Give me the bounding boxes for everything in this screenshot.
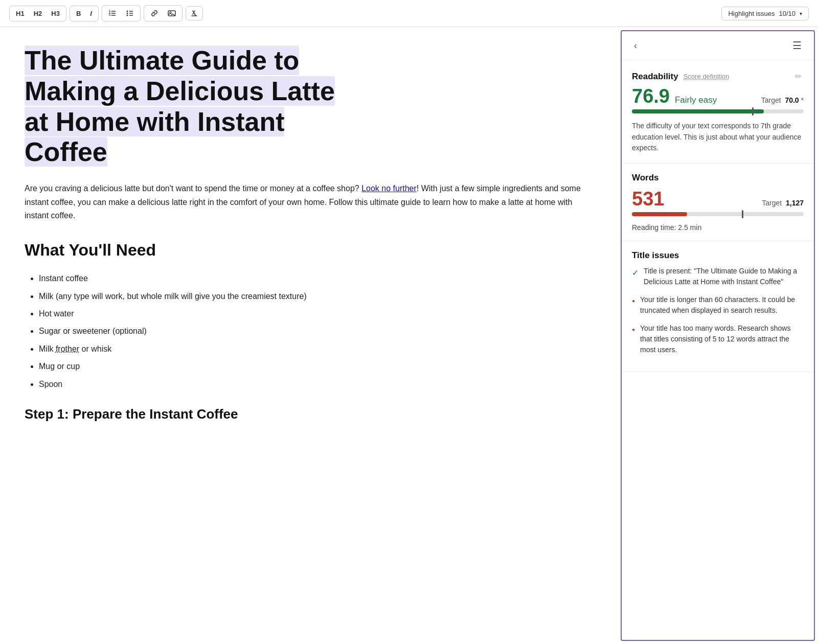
highlight-issues-button[interactable]: Highlight issues 10/10 ▾ xyxy=(721,7,809,20)
sidebar-menu-button[interactable]: ☰ xyxy=(788,37,806,54)
readability-section: Readability Score definition ✏ 76.9 Fair… xyxy=(622,60,814,164)
score-definition-link[interactable]: Score definition xyxy=(684,73,730,80)
issue-item-error-1: ● Your title is longer than 60 character… xyxy=(632,294,804,316)
words-target-marker xyxy=(742,210,743,218)
look-no-further-link[interactable]: Look no further xyxy=(361,184,417,193)
frother-text: frother xyxy=(56,344,79,353)
ingredients-list: Instant coffee Milk (any type will work,… xyxy=(39,272,596,391)
highlight-label: Highlight issues xyxy=(728,10,775,17)
issue-item-error-2: ● Your title has too many words. Researc… xyxy=(632,323,804,355)
chevron-down-icon: ▾ xyxy=(800,11,802,16)
highlight-count: 10/10 xyxy=(779,10,796,17)
issue-text-error-1: Your title is longer than 60 characters.… xyxy=(640,294,804,316)
reading-time: Reading time: 2.5 min xyxy=(632,223,804,232)
words-target: Target 1,127 xyxy=(762,199,804,207)
step1-heading: Step 1: Prepare the Instant Coffee xyxy=(25,403,596,425)
list-item: Hot water xyxy=(39,307,596,320)
check-icon: ✓ xyxy=(632,267,639,287)
sidebar-back-button[interactable]: ‹ xyxy=(630,38,641,53)
insert-group xyxy=(144,5,183,21)
editor-body: Are you craving a delicious latte but do… xyxy=(25,182,596,425)
article-title: The Ultimate Guide to Making a Delicious… xyxy=(25,45,596,168)
svg-point-8 xyxy=(126,15,128,16)
ordered-list-button[interactable]: 1. 2. 3. xyxy=(104,7,121,20)
readability-score-row: 76.9 Fairly easy Target 70.0 * xyxy=(632,85,804,107)
svg-point-7 xyxy=(126,13,128,14)
italic-button[interactable]: I xyxy=(86,7,96,20)
words-title: Words xyxy=(632,173,804,183)
heading-group: H1 H2 H3 xyxy=(9,6,66,21)
error-icon-1: ● xyxy=(632,297,635,316)
readability-progress-fill xyxy=(632,109,764,113)
word-count: 531 xyxy=(632,188,664,210)
svg-point-13 xyxy=(170,12,171,13)
readability-title: Readability xyxy=(632,72,678,82)
readability-progress-bar xyxy=(632,109,804,113)
sidebar-panel: ‹ ☰ Readability Score definition ✏ 76.9 … xyxy=(621,30,815,641)
unordered-list-button[interactable] xyxy=(122,7,138,20)
h3-button[interactable]: H3 xyxy=(47,7,64,20)
edit-icon-button[interactable]: ✏ xyxy=(793,70,804,83)
editor-panel: The Ultimate Guide to Making a Delicious… xyxy=(0,27,621,644)
readability-target-marker xyxy=(752,107,754,116)
format-group: B I xyxy=(70,6,99,21)
readability-score-label: Fairly easy xyxy=(675,95,717,105)
clear-format-button[interactable] xyxy=(186,6,203,20)
image-button[interactable] xyxy=(164,7,180,20)
words-score-row: 531 Target 1,127 xyxy=(632,188,804,210)
list-item: Spoon xyxy=(39,378,596,391)
list-item: Milk frother or whisk xyxy=(39,342,596,356)
words-section: Words 531 Target 1,127 Reading time: 2.5… xyxy=(622,164,814,241)
list-item: Instant coffee xyxy=(39,272,596,285)
issue-item-check: ✓ Title is present: "The Ultimate Guide … xyxy=(632,266,804,287)
svg-text:3.: 3. xyxy=(109,13,111,16)
bold-button[interactable]: B xyxy=(72,7,85,20)
title-highlight-4: Coffee xyxy=(25,137,107,167)
list-group: 1. 2. 3. xyxy=(102,5,141,21)
readability-title-row: Readability Score definition xyxy=(632,72,729,82)
title-highlight-2: Making a Delicious Latte xyxy=(25,76,335,106)
title-issues-section: Title issues ✓ Title is present: "The Ul… xyxy=(622,241,814,372)
list-item: Milk (any type will work, but whole milk… xyxy=(39,290,596,303)
words-progress-fill xyxy=(632,212,687,216)
title-issues-title: Title issues xyxy=(632,250,804,261)
sidebar-topbar: ‹ ☰ xyxy=(622,31,814,60)
list-item: Sugar or sweetener (optional) xyxy=(39,325,596,338)
title-highlight-3: at Home with Instant xyxy=(25,107,284,136)
readability-target: Target 70.0 * xyxy=(761,96,804,104)
readability-header: Readability Score definition ✏ xyxy=(632,70,804,83)
main-layout: The Ultimate Guide to Making a Delicious… xyxy=(0,27,818,644)
readability-description: The difficulty of your text corresponds … xyxy=(632,121,804,154)
words-progress-bar xyxy=(632,212,804,216)
intro-paragraph: Are you craving a delicious latte but do… xyxy=(25,182,596,222)
h1-button[interactable]: H1 xyxy=(12,7,29,20)
error-icon-2: ● xyxy=(632,326,635,355)
svg-point-6 xyxy=(126,11,128,12)
readability-score: 76.9 xyxy=(632,85,670,107)
title-highlight-1: The Ultimate Guide to xyxy=(25,45,299,75)
issue-text-check: Title is present: "The Ultimate Guide to… xyxy=(644,266,804,287)
issue-text-error-2: Your title has too many words. Research … xyxy=(640,323,804,355)
what-youll-need-heading: What You'll Need xyxy=(25,237,596,264)
toolbar: H1 H2 H3 B I 1. 2. 3. xyxy=(0,0,818,27)
link-button[interactable] xyxy=(146,7,163,20)
h2-button[interactable]: H2 xyxy=(30,7,47,20)
list-item: Mug or cup xyxy=(39,360,596,373)
